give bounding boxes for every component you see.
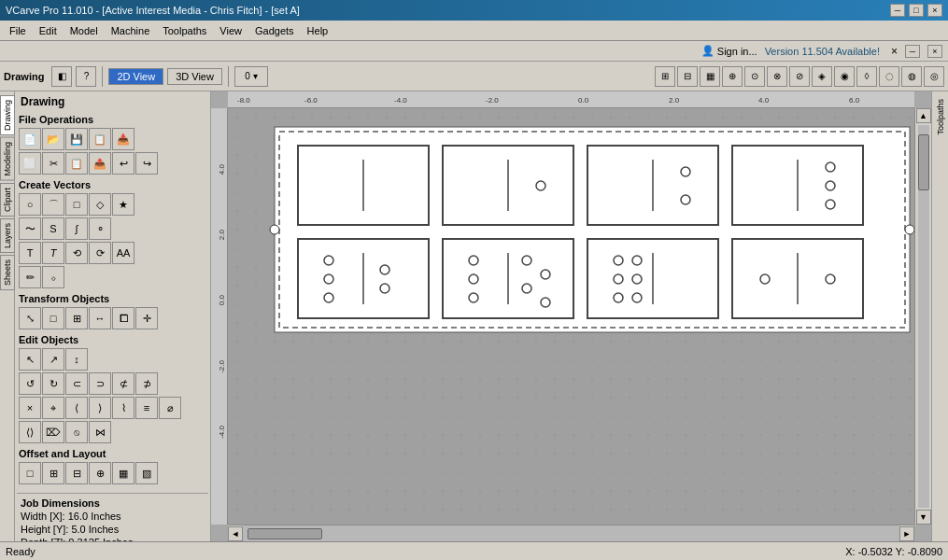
menu-gadgets[interactable]: Gadgets: [249, 23, 300, 38]
toolpaths-tab-label[interactable]: Toolpaths: [934, 95, 947, 139]
edit6-button[interactable]: ≡: [135, 397, 158, 419]
toolbar-icon-7[interactable]: ⊘: [789, 66, 810, 87]
select2-button[interactable]: ↗: [42, 348, 64, 371]
offset2-button[interactable]: ⊞: [42, 462, 64, 484]
hscroll-right-button[interactable]: ►: [899, 526, 914, 541]
tab-clipart[interactable]: Clipart: [0, 183, 15, 217]
draw-ellipse-button[interactable]: ⚬: [89, 217, 111, 240]
rotate-ccw-button[interactable]: ↺: [19, 372, 41, 395]
handle-right[interactable]: [905, 225, 914, 234]
tab-drawing[interactable]: Drawing: [0, 95, 15, 135]
node-edit-button[interactable]: ⟲: [65, 242, 88, 264]
toolbar-icon-8[interactable]: ◈: [812, 66, 832, 87]
canvas-viewport[interactable]: [228, 108, 914, 525]
vscroll-up-button[interactable]: ▲: [916, 108, 931, 123]
draw-polygon-button[interactable]: ◇: [89, 193, 111, 216]
draw-spline-button[interactable]: S: [42, 217, 64, 240]
select-button[interactable]: ↖: [19, 348, 41, 371]
trim-button[interactable]: ⌖: [42, 397, 64, 419]
reverse-button[interactable]: ⟩: [89, 397, 111, 419]
toolbar-icon-12[interactable]: ◍: [901, 66, 922, 87]
hscrollbar[interactable]: ◄ ►: [228, 525, 914, 541]
vscroll-track[interactable]: [918, 125, 929, 508]
draw-circle-button[interactable]: ○: [19, 193, 41, 216]
version-label[interactable]: Version 11.504 Available!: [765, 46, 880, 57]
toolbar-icon-10[interactable]: ◊: [856, 66, 877, 87]
group-button[interactable]: ⊞: [65, 307, 88, 329]
edit11-button[interactable]: ⋈: [89, 421, 111, 443]
menu-help[interactable]: Help: [302, 23, 334, 38]
hscroll-thumb[interactable]: [248, 528, 322, 539]
text-italic-button[interactable]: T: [42, 242, 64, 264]
help-button[interactable]: ?: [76, 66, 96, 87]
save-as-button[interactable]: 📋: [89, 128, 111, 150]
intersect-button[interactable]: ⊄: [112, 372, 134, 395]
snap-button[interactable]: 0 ▾: [234, 66, 268, 87]
panel-toggle-button[interactable]: ◧: [51, 66, 72, 87]
edit5-button[interactable]: ⌇: [112, 397, 134, 419]
panel-minimize-button[interactable]: ─: [905, 45, 920, 58]
transform-button[interactable]: ⟳: [89, 242, 111, 264]
maximize-button[interactable]: □: [909, 4, 924, 17]
save-button[interactable]: 💾: [65, 128, 88, 150]
subtract-button[interactable]: ⊃: [89, 372, 111, 395]
tab-sheets[interactable]: Sheets: [0, 255, 15, 290]
tab-modeling[interactable]: Modeling: [0, 137, 15, 181]
view-2d-button[interactable]: 2D View: [108, 68, 163, 85]
menu-model[interactable]: Model: [64, 23, 104, 38]
smooth-button[interactable]: ⟨: [65, 397, 88, 419]
align-button[interactable]: ⧠: [112, 307, 134, 329]
menu-file[interactable]: File: [4, 23, 32, 38]
vscroll-down-button[interactable]: ▼: [916, 510, 931, 525]
toolbar-icon-13[interactable]: ◎: [924, 66, 944, 87]
select-all-button[interactable]: ⬜: [19, 152, 41, 175]
draw-polyline-button[interactable]: 〜: [19, 217, 41, 240]
toolbar-icon-11[interactable]: ◌: [879, 66, 899, 87]
tab-layers[interactable]: Layers: [0, 218, 15, 253]
vscroll-thumb[interactable]: [918, 134, 929, 190]
menu-toolpaths[interactable]: Toolpaths: [157, 23, 212, 38]
select3-button[interactable]: ↕: [65, 348, 88, 371]
dimension-button[interactable]: ⬦: [42, 266, 64, 288]
offset1-button[interactable]: □: [19, 462, 41, 484]
flatten-button[interactable]: □: [42, 307, 64, 329]
signin-label[interactable]: Sign in...: [717, 46, 757, 57]
draw-tool-button[interactable]: ✏: [19, 266, 41, 288]
offset5-button[interactable]: ▦: [112, 462, 134, 484]
version-close-button[interactable]: ×: [891, 45, 898, 58]
panel-close-button[interactable]: ×: [927, 45, 942, 58]
edit8-button[interactable]: ⟨⟩: [19, 421, 41, 443]
draw-rect-button[interactable]: □: [65, 193, 88, 216]
union-button[interactable]: ⊂: [65, 372, 88, 395]
exclude-button[interactable]: ⊅: [135, 372, 158, 395]
vscrollbar[interactable]: ▲ ▼: [914, 108, 931, 525]
import-button[interactable]: 📥: [112, 128, 134, 150]
draw-star-button[interactable]: ★: [112, 193, 134, 216]
copy-button[interactable]: 📋: [65, 152, 88, 175]
main-canvas-svg[interactable]: [228, 108, 914, 525]
right-toolpaths-panel[interactable]: Toolpaths: [931, 91, 948, 541]
toolbar-icon-5[interactable]: ⊙: [744, 66, 765, 87]
view-3d-button[interactable]: 3D View: [167, 68, 222, 85]
offset6-button[interactable]: ▧: [135, 462, 158, 484]
toolbar-icon-1[interactable]: ⊞: [655, 66, 675, 87]
cut-button[interactable]: ✂: [42, 152, 64, 175]
signin-button[interactable]: 👤 Sign in...: [701, 45, 757, 57]
minimize-button[interactable]: ─: [890, 4, 905, 17]
text-tool-button[interactable]: T: [19, 242, 41, 264]
edit7-button[interactable]: ⌀: [159, 397, 181, 419]
hscroll-left-button[interactable]: ◄: [228, 526, 243, 541]
draw-bezier-button[interactable]: ∫: [65, 217, 88, 240]
offset4-button[interactable]: ⊕: [89, 462, 111, 484]
toolbar-icon-3[interactable]: ▦: [700, 66, 720, 87]
toolbar-icon-6[interactable]: ⊗: [767, 66, 787, 87]
toolbar-icon-4[interactable]: ⊕: [722, 66, 743, 87]
offset3-button[interactable]: ⊟: [65, 462, 88, 484]
delete-button[interactable]: ×: [19, 397, 41, 419]
text-array-button[interactable]: AA: [112, 242, 134, 264]
draw-arc-button[interactable]: ⌒: [42, 193, 64, 216]
menu-machine[interactable]: Machine: [106, 23, 156, 38]
undo-button[interactable]: ↩: [112, 152, 134, 175]
menu-edit[interactable]: Edit: [34, 23, 63, 38]
edit9-button[interactable]: ⌦: [42, 421, 64, 443]
